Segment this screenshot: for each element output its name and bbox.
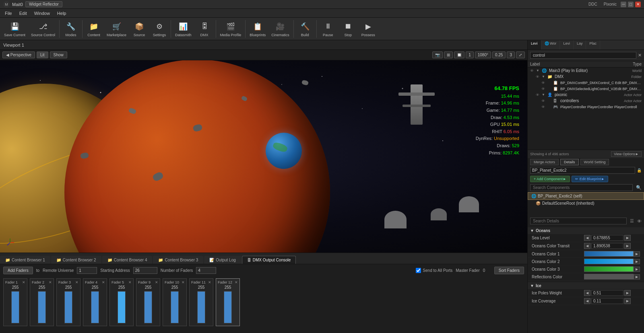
details-list-icon[interactable]: ☰ [630,218,634,224]
transit-dec[interactable]: ◀ [584,243,590,249]
wo-main3[interactable]: 👁 ▼ 🌐 Main3 (Play In Editor) World [528,68,644,74]
fader-9-close[interactable]: ✕ [155,280,158,284]
content-button[interactable]: 📁 Content [84,20,103,38]
tab-output-log[interactable]: 📝 Output Log [204,256,241,264]
ice-coverage-inc[interactable]: ▶ [624,298,631,304]
build-button[interactable]: 🔨 Build [295,20,315,38]
wo-controllers[interactable]: 👁 🎛 controllers Actor Actor [528,98,644,104]
right-tab-levi2[interactable]: Levi [560,40,574,49]
marketplace-button[interactable]: 🛒 Marketplace [104,20,129,38]
fader-9[interactable]: Fader 9 ✕ 255 [136,278,160,326]
merge-actors-button[interactable]: Merge Actors [530,159,559,165]
sort-faders-button[interactable]: Sort Faders [494,267,524,274]
menu-window[interactable]: Window [31,10,53,16]
datasmith-button[interactable]: 📊 Datasmith [173,20,194,38]
fader-4[interactable]: Fader 4 ✕ 255 [83,278,107,326]
selected-actor-input[interactable] [530,167,635,174]
right-tab-levi1[interactable]: Levi [528,40,541,49]
dmx-button[interactable]: 🎛 DMX [195,20,214,38]
fader-2-track[interactable] [38,291,46,323]
viewport-area[interactable]: 64.78 FPS 15.44 ms Frame: 14.96 ms Game:… [0,60,527,253]
vp-btn-1[interactable]: 1 [466,51,474,58]
details-button[interactable]: Details [560,159,579,165]
tab-content-browser-3[interactable]: 📁 Content Browser 3 [153,256,203,264]
media-profile-button[interactable]: 🎬 Media Profile [218,20,244,38]
tab-content-browser-1[interactable]: 📁 Content Browser 1 [0,256,50,264]
lock-icon[interactable]: 🔒 [637,168,642,173]
comp-bp-planet[interactable]: 🌐 BP_Planet_Exotic2 (self) [528,192,644,200]
fader-3[interactable]: Fader 3 ✕ 255 [56,278,80,326]
fader-10[interactable]: Fader 10 ✕ 255 [163,278,187,326]
close-button[interactable]: ✕ [635,2,641,7]
view-options-button[interactable]: View Options► [611,151,642,157]
starting-address-input[interactable] [133,267,157,274]
vp-btn-cam[interactable]: 📷 [432,51,443,58]
search-components-input[interactable] [530,184,633,191]
ice-coverage-dec[interactable]: ◀ [584,298,590,304]
fader-11[interactable]: Fader 11 ✕ 255 [189,278,213,326]
pause-button[interactable]: ⏸ Pause [318,20,338,38]
blueprints-button[interactable]: 📋 Blueprints [247,20,268,38]
ice-header[interactable]: ▼ Ice [528,282,644,289]
fader-2[interactable]: Fader 2 ✕ 255 [30,278,54,326]
ice-coverage-input[interactable] [591,298,623,304]
ice-poles-dec[interactable]: ◀ [584,290,590,296]
world-settings-button[interactable]: World Setting [580,159,609,165]
details-scroll[interactable]: ▼ Oceans Sea Level ◀ ▶ Oceans Color Tran… [528,227,644,333]
reflections-color-arrow[interactable]: ▶ [634,274,640,280]
outliner-search-input[interactable] [530,52,636,59]
fader-3-close[interactable]: ✕ [75,280,78,284]
settings-button[interactable]: ⚙ Settings [150,20,169,38]
fader-12[interactable]: Fader 12 ✕ 255 [216,278,240,326]
tab-content-browser-2[interactable]: 📁 Content Browser 2 [51,256,101,264]
transit-input[interactable] [591,243,623,249]
vp-btn-3[interactable]: 3 [507,51,515,58]
source-control-button[interactable]: ⎇ Source Control [29,20,58,38]
fader-9-track[interactable] [144,291,152,323]
fader-5-close[interactable]: ✕ [128,280,132,284]
fader-12-close[interactable]: ✕ [235,280,238,284]
ice-poles-input[interactable] [591,290,623,296]
menu-help[interactable]: Help [54,10,70,16]
possess-button[interactable]: ▶ Possess [359,20,378,38]
add-component-button[interactable]: + Add Component► [530,176,570,182]
sea-level-inc[interactable]: ▶ [624,235,631,241]
vp-btn-snap[interactable]: 🔲 [454,51,464,58]
wo-dmx[interactable]: 👁 ▼ 📁 DMX Folder [528,74,644,80]
reflections-color-bar[interactable] [584,274,634,280]
right-tab-wor[interactable]: 🌐 Wor [541,40,560,49]
oceans-color1-bar[interactable] [584,251,634,257]
comp-default-scene-root[interactable]: 📦 DefaultSceneRoot (Inherited) [528,200,644,207]
num-faders-input[interactable] [196,267,216,274]
lit-button[interactable]: Lit [37,51,48,58]
oceans-color2-bar[interactable] [584,259,634,264]
modes-button[interactable]: 🔧 Modes [61,20,80,38]
search-clear-icon[interactable]: ✕ [638,53,642,58]
vp-btn-scale[interactable]: 0.25 [492,51,506,58]
fader-10-track[interactable] [171,291,179,323]
minimize-button[interactable]: ─ [621,2,626,7]
fader-12-track[interactable] [224,291,232,323]
edit-blueprint-button[interactable]: ✏ Edit Blueprint► [572,176,608,182]
remote-universe-input[interactable] [77,267,97,274]
widget-reflector[interactable]: Widget Reflector [25,1,62,7]
vp-btn-expand[interactable]: ⤢ [516,51,525,58]
right-tab-lay[interactable]: Lay [574,40,586,49]
oceans-color3-bar[interactable] [584,266,634,272]
send-to-all-ports-checkbox[interactable] [416,268,421,273]
right-tab-plac[interactable]: Plac [586,40,600,49]
details-search-input[interactable] [530,218,627,224]
fader-4-track[interactable] [91,291,99,323]
fader-4-close[interactable]: ✕ [102,280,105,284]
wo-bp-dmx-2[interactable]: 👁 📋 BP_DMXSelectedLightControl_V2Edit BP… [528,86,644,92]
oceans-color2-arrow[interactable]: ▶ [634,259,640,264]
wo-pixonic[interactable]: 👁 ▼ 👤 pixonic Actor Actor [528,92,644,98]
save-button[interactable]: 💾 Save Current [2,20,28,38]
sea-level-dec[interactable]: ◀ [584,235,590,241]
fader-11-close[interactable]: ✕ [208,280,211,284]
menu-edit[interactable]: Edit [16,10,30,16]
perspective-button[interactable]: ◀ Perspective [2,51,35,58]
sea-level-input[interactable] [591,235,623,241]
wo-bp-dmx-1[interactable]: 👁 📋 BP_DMXContBP_DMXControl_C Edit BP_DM… [528,80,644,86]
source-button[interactable]: 📦 Source [130,20,149,38]
